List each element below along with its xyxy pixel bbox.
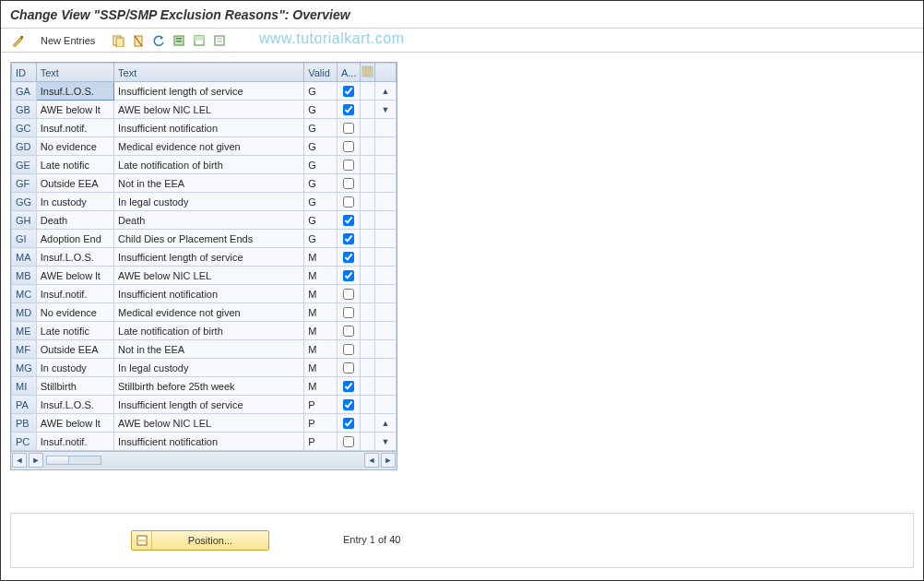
cell-id[interactable]: GF: [12, 174, 37, 193]
vertical-scroll-cell[interactable]: [374, 248, 396, 267]
cell-id[interactable]: ME: [12, 322, 37, 340]
cell-text1[interactable]: Late notific: [36, 156, 113, 174]
cell-id[interactable]: GD: [12, 137, 37, 156]
cell-id[interactable]: GB: [12, 101, 37, 119]
table-row[interactable]: PBAWE below ltAWE below NIC LELP▲: [12, 414, 397, 433]
cell-a[interactable]: [337, 82, 361, 101]
cell-valid[interactable]: P: [304, 433, 338, 451]
table-row[interactable]: PAInsuf.L.O.S.Insufficient length of ser…: [12, 396, 397, 414]
checkbox-a[interactable]: [343, 362, 354, 374]
cell-text2[interactable]: In legal custody: [114, 193, 304, 211]
cell-a[interactable]: [337, 377, 361, 396]
cell-text2[interactable]: Late notification of birth: [114, 156, 304, 174]
table-row[interactable]: MBAWE below ltAWE below NIC LELM: [12, 267, 397, 285]
deselect-all-icon[interactable]: [210, 32, 229, 49]
cell-text2[interactable]: Insufficient notification: [114, 119, 304, 137]
select-block-icon[interactable]: [190, 32, 208, 49]
checkbox-a[interactable]: [343, 178, 354, 189]
cell-valid[interactable]: P: [304, 396, 338, 414]
cell-text2[interactable]: Child Dies or Placement Ends: [114, 230, 304, 248]
vertical-scroll-cell[interactable]: [374, 267, 396, 285]
cell-text1[interactable]: AWE below lt: [36, 414, 113, 433]
delete-icon[interactable]: [129, 32, 148, 49]
cell-text1[interactable]: Stillbirth: [36, 377, 113, 396]
cell-text2[interactable]: Not in the EEA: [114, 174, 304, 193]
cell-id[interactable]: GE: [12, 156, 37, 174]
cell-valid[interactable]: M: [304, 285, 338, 303]
cell-valid[interactable]: G: [304, 156, 338, 174]
cell-text2[interactable]: Stillbirth before 25th week: [114, 377, 304, 396]
undo-icon[interactable]: [149, 32, 168, 49]
checkbox-a[interactable]: [343, 196, 354, 208]
cell-id[interactable]: MB: [12, 267, 37, 285]
cell-id[interactable]: PC: [12, 433, 37, 451]
vertical-scroll-cell[interactable]: [374, 211, 396, 230]
cell-text2[interactable]: AWE below NIC LEL: [114, 267, 304, 285]
cell-id[interactable]: GH: [12, 211, 37, 230]
cell-valid[interactable]: G: [304, 230, 338, 248]
cell-text2[interactable]: AWE below NIC LEL: [114, 414, 304, 433]
vertical-scroll-cell[interactable]: ▲: [374, 414, 396, 433]
cell-text1[interactable]: In custody: [36, 359, 113, 377]
cell-text2[interactable]: AWE below NIC LEL: [114, 101, 304, 119]
scroll-down-icon[interactable]: ▼: [379, 435, 392, 448]
cell-valid[interactable]: G: [304, 101, 338, 119]
cell-text2[interactable]: Not in the EEA: [114, 340, 304, 359]
cell-id[interactable]: MG: [12, 359, 37, 377]
cell-a[interactable]: [337, 303, 361, 322]
cell-a[interactable]: [337, 211, 361, 230]
table-row[interactable]: GHDeathDeathG: [12, 211, 397, 230]
cell-id[interactable]: GC: [12, 119, 37, 137]
checkbox-a[interactable]: [343, 123, 354, 134]
cell-a[interactable]: [337, 230, 361, 248]
cell-a[interactable]: [337, 174, 361, 193]
cell-valid[interactable]: G: [304, 82, 338, 101]
table-row[interactable]: GCInsuf.notif.Insufficient notificationG: [12, 119, 397, 137]
cell-valid[interactable]: M: [304, 359, 338, 377]
cell-valid[interactable]: M: [304, 340, 338, 359]
cell-valid[interactable]: G: [304, 211, 338, 230]
vertical-scroll-cell[interactable]: [374, 193, 396, 211]
checkbox-a[interactable]: [343, 344, 354, 355]
vertical-scroll-cell[interactable]: [374, 377, 396, 396]
cell-a[interactable]: [337, 101, 361, 119]
cell-text1[interactable]: Insuf.L.O.S.: [36, 82, 113, 101]
cell-text1[interactable]: Outside EEA: [36, 174, 113, 193]
cell-text1[interactable]: AWE below lt: [36, 267, 113, 285]
cell-a[interactable]: [337, 433, 361, 451]
cell-text1[interactable]: In custody: [36, 193, 113, 211]
cell-a[interactable]: [337, 248, 361, 267]
cell-id[interactable]: MF: [12, 340, 37, 359]
cell-a[interactable]: [337, 267, 361, 285]
vertical-scroll-cell[interactable]: ▼: [374, 101, 396, 119]
vertical-scroll-cell[interactable]: ▲: [374, 82, 396, 101]
cell-valid[interactable]: M: [304, 377, 338, 396]
checkbox-a[interactable]: [343, 252, 354, 263]
vertical-scroll-cell[interactable]: [374, 303, 396, 322]
table-row[interactable]: GDNo evidenceMedical evidence not givenG: [12, 137, 397, 156]
table-row[interactable]: MAInsuf.L.O.S.Insufficient length of ser…: [12, 248, 397, 267]
scroll-up-icon[interactable]: ▲: [379, 85, 392, 98]
table-row[interactable]: PCInsuf.notif.Insufficient notificationP…: [12, 433, 397, 451]
cell-text1[interactable]: No evidence: [36, 137, 113, 156]
cell-valid[interactable]: M: [304, 303, 338, 322]
cell-id[interactable]: GI: [12, 230, 37, 248]
checkbox-a[interactable]: [343, 270, 354, 281]
cell-valid[interactable]: P: [304, 414, 338, 433]
vertical-scroll-cell[interactable]: [374, 285, 396, 303]
checkbox-a[interactable]: [343, 399, 354, 410]
table-row[interactable]: GIAdoption EndChild Dies or Placement En…: [12, 230, 397, 248]
cell-text2[interactable]: Late notification of birth: [114, 322, 304, 340]
checkbox-a[interactable]: [343, 436, 354, 447]
checkbox-a[interactable]: [343, 233, 354, 244]
scroll-track[interactable]: [46, 456, 101, 465]
cell-text1[interactable]: Outside EEA: [36, 340, 113, 359]
position-button[interactable]: Position...: [131, 530, 269, 551]
vertical-scroll-cell[interactable]: ▼: [374, 433, 396, 451]
cell-a[interactable]: [337, 285, 361, 303]
checkbox-a[interactable]: [343, 381, 354, 392]
cell-id[interactable]: MA: [12, 248, 37, 267]
cell-text2[interactable]: In legal custody: [114, 359, 304, 377]
cell-valid[interactable]: M: [304, 267, 338, 285]
checkbox-a[interactable]: [343, 104, 354, 115]
